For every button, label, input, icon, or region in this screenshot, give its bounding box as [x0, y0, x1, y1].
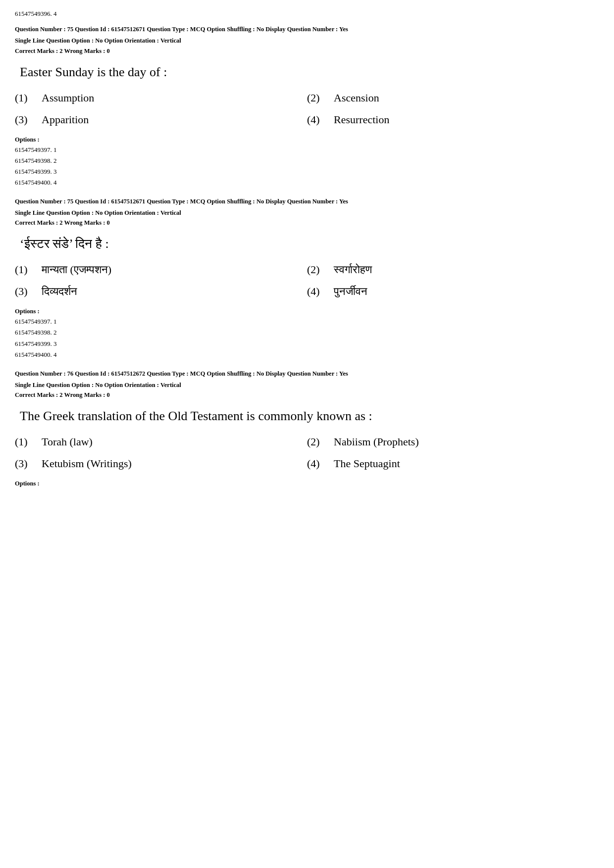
marks-info-0: Correct Marks : 2 Wrong Marks : 0 [15, 48, 599, 55]
option-item-0-1: (2)Ascension [307, 92, 599, 104]
options-title-2: Options : [15, 480, 599, 487]
option-label-1-2: दिव्यदर्शन [42, 285, 77, 298]
option-label-1-3: पुनर्जीवन [334, 285, 367, 298]
option-num-2-3: (4) [307, 457, 322, 470]
option-id-0-2: 61547549399. 3 [15, 166, 599, 177]
option-item-2-1: (2)Nabiism (Prophets) [307, 435, 599, 448]
options-title-0: Options : [15, 136, 599, 144]
option-item-1-3: (4)पुनर्जीवन [307, 285, 599, 298]
meta-line2-2: Single Line Question Option : No Option … [15, 381, 599, 390]
option-label-0-0: Assumption [42, 92, 94, 104]
question-text-0: Easter Sunday is the day of : [20, 65, 599, 80]
marks-info-1: Correct Marks : 2 Wrong Marks : 0 [15, 219, 599, 227]
question-meta-0: Question Number : 75 Question Id : 61547… [15, 25, 599, 55]
options-grid-1: (1)मान्यता (एजम्पशन)(2)स्वर्गारोहण(3)दिव… [15, 263, 599, 298]
option-id-1-2: 61547549399. 3 [15, 338, 599, 349]
option-id-1-3: 61547549400. 4 [15, 349, 599, 360]
options-grid-0: (1)Assumption(2)Ascension(3)Apparition(4… [15, 92, 599, 126]
option-id-0-0: 61547549397. 1 [15, 145, 599, 155]
option-label-1-0: मान्यता (एजम्पशन) [42, 263, 111, 276]
question-meta-2: Question Number : 76 Question Id : 61547… [15, 369, 599, 399]
question-meta-1: Question Number : 75 Question Id : 61547… [15, 197, 599, 227]
meta-line1-0: Question Number : 75 Question Id : 61547… [15, 25, 599, 34]
meta-line1-2: Question Number : 76 Question Id : 61547… [15, 369, 599, 379]
question-text-2: The Greek translation of the Old Testame… [20, 409, 599, 424]
options-section-2: Options : [15, 480, 599, 487]
option-item-1-2: (3)दिव्यदर्शन [15, 285, 307, 298]
option-num-0-2: (3) [15, 113, 30, 126]
option-item-2-0: (1)Torah (law) [15, 435, 307, 448]
meta-line2-1: Single Line Question Option : No Option … [15, 208, 599, 218]
option-item-0-0: (1)Assumption [15, 92, 307, 104]
option-label-2-2: Ketubism (Writings) [42, 457, 132, 470]
options-grid-2: (1)Torah (law)(2)Nabiism (Prophets)(3)Ke… [15, 435, 599, 470]
options-section-1: Options :61547549397. 161547549398. 2615… [15, 308, 599, 360]
option-num-2-1: (2) [307, 435, 322, 448]
option-num-1-2: (3) [15, 285, 30, 298]
option-label-2-0: Torah (law) [42, 435, 93, 448]
option-id-0-1: 61547549398. 2 [15, 155, 599, 166]
option-num-0-0: (1) [15, 92, 30, 104]
marks-info-2: Correct Marks : 2 Wrong Marks : 0 [15, 391, 599, 399]
options-title-1: Options : [15, 308, 599, 315]
option-item-0-2: (3)Apparition [15, 113, 307, 126]
options-section-0: Options :61547549397. 161547549398. 2615… [15, 136, 599, 188]
option-label-2-3: The Septuagint [334, 457, 400, 470]
option-num-1-0: (1) [15, 263, 30, 276]
option-num-2-2: (3) [15, 457, 30, 470]
option-item-0-3: (4)Resurrection [307, 113, 599, 126]
option-label-0-1: Ascension [334, 92, 379, 104]
option-label-0-3: Resurrection [334, 113, 389, 126]
option-item-2-2: (3)Ketubism (Writings) [15, 457, 307, 470]
option-item-1-1: (2)स्वर्गारोहण [307, 263, 599, 276]
option-id-0-3: 61547549400. 4 [15, 177, 599, 188]
page-id: 61547549396. 4 [15, 10, 599, 18]
option-id-1-1: 61547549398. 2 [15, 327, 599, 338]
meta-line2-0: Single Line Question Option : No Option … [15, 36, 599, 46]
meta-line1-1: Question Number : 75 Question Id : 61547… [15, 197, 599, 206]
option-label-1-1: स्वर्गारोहण [334, 263, 372, 276]
option-item-2-3: (4)The Septuagint [307, 457, 599, 470]
question-text-1: ‘ईस्टर संडे’ दिन है : [20, 237, 599, 251]
option-num-0-3: (4) [307, 113, 322, 126]
option-label-0-2: Apparition [42, 113, 89, 126]
option-num-0-1: (2) [307, 92, 322, 104]
option-num-1-3: (4) [307, 285, 322, 298]
option-num-1-1: (2) [307, 263, 322, 276]
option-id-1-0: 61547549397. 1 [15, 316, 599, 327]
option-label-2-1: Nabiism (Prophets) [334, 435, 419, 448]
option-num-2-0: (1) [15, 435, 30, 448]
option-item-1-0: (1)मान्यता (एजम्पशन) [15, 263, 307, 276]
